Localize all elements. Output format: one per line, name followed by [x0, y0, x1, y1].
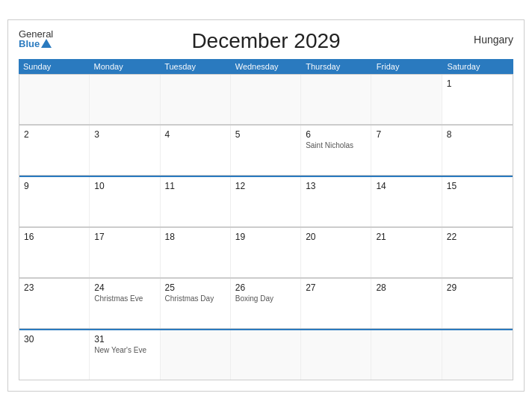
day-header-tuesday: Tuesday: [160, 59, 231, 74]
day-header-friday: Friday: [372, 59, 443, 74]
day-header-thursday: Thursday: [301, 59, 372, 74]
calendar-grid: 123456Saint Nicholas78910111213141516171…: [19, 74, 513, 380]
day-number: 12: [235, 181, 296, 191]
day-number: 24: [94, 282, 155, 293]
logo-blue-text: Blue: [19, 39, 53, 49]
day-header-saturday: Saturday: [442, 59, 513, 74]
day-number: 1: [447, 78, 508, 89]
day-number: 3: [94, 129, 155, 140]
event-label: Boxing Day: [235, 294, 296, 303]
event-label: Christmas Eve: [94, 294, 155, 303]
day-number: 29: [447, 282, 508, 293]
day-cell: 28: [371, 279, 442, 328]
day-cell: [90, 75, 160, 124]
week-row-5: 2324Christmas Eve25Christmas Day26Boxing…: [19, 278, 513, 329]
week-row-3: 9101112131415: [19, 176, 513, 227]
day-cell: [161, 75, 231, 124]
calendar-container: General Blue December 2029 Hungary Sunda…: [7, 19, 525, 392]
day-number: 19: [235, 232, 296, 242]
calendar-title: December 2029: [191, 29, 340, 53]
event-label: Saint Nicholas: [306, 141, 366, 149]
day-cell: 24Christmas Eve: [90, 279, 160, 328]
day-number: 13: [306, 181, 366, 191]
day-number: 21: [376, 232, 436, 242]
day-number: 18: [165, 232, 226, 242]
day-number: 14: [376, 181, 436, 191]
day-cell: 4: [161, 126, 231, 175]
day-cell: [231, 330, 301, 380]
event-label: Christmas Day: [165, 294, 226, 303]
day-cell: [301, 75, 371, 124]
day-number: 23: [24, 282, 84, 293]
day-number: 26: [235, 282, 296, 293]
day-number: 7: [376, 129, 436, 140]
day-number: 31: [94, 334, 155, 344]
day-cell: 30: [19, 330, 90, 380]
day-cell: 27: [301, 279, 371, 328]
day-cell: [442, 330, 513, 380]
logo: General Blue: [19, 29, 53, 49]
day-cell: 21: [371, 228, 442, 277]
day-cell: 31New Year's Eve: [90, 330, 160, 380]
day-cell: 16: [19, 228, 90, 277]
week-row-6: 3031New Year's Eve: [19, 329, 513, 380]
day-number: 16: [24, 232, 84, 242]
day-number: 4: [165, 129, 226, 140]
day-number: 11: [165, 181, 226, 191]
day-cell: 13: [301, 177, 371, 226]
day-number: 22: [447, 232, 508, 242]
week-row-4: 16171819202122: [19, 227, 513, 278]
day-cell: 7: [371, 126, 442, 175]
day-number: 25: [165, 282, 226, 293]
country-label: Hungary: [474, 34, 513, 46]
day-number: 15: [447, 181, 508, 191]
day-cell: 19: [231, 228, 301, 277]
day-cell: 25Christmas Day: [161, 279, 231, 328]
day-cell: 9: [19, 177, 90, 226]
day-number: 20: [306, 232, 366, 242]
event-label: New Year's Eve: [94, 346, 155, 354]
day-cell: 10: [90, 177, 160, 226]
day-cell: [19, 75, 90, 124]
calendar-header: General Blue December 2029 Hungary: [19, 29, 513, 53]
day-number: 8: [447, 129, 508, 140]
day-cell: [371, 330, 442, 380]
day-cell: 12: [231, 177, 301, 226]
day-cell: 23: [19, 279, 90, 328]
day-header-wednesday: Wednesday: [231, 59, 302, 74]
day-cell: 6Saint Nicholas: [301, 126, 371, 175]
day-cell: [371, 75, 442, 124]
day-cell: [231, 75, 301, 124]
day-cell: 18: [161, 228, 231, 277]
day-cell: 15: [442, 177, 513, 226]
day-number: 17: [94, 232, 155, 242]
day-cell: [161, 330, 231, 380]
day-headers-row: SundayMondayTuesdayWednesdayThursdayFrid…: [19, 59, 513, 74]
day-number: 9: [24, 181, 84, 191]
day-cell: 22: [442, 228, 513, 277]
day-number: 27: [306, 282, 366, 293]
day-cell: 20: [301, 228, 371, 277]
day-cell: 17: [90, 228, 160, 277]
day-cell: [301, 330, 371, 380]
day-cell: 29: [442, 279, 513, 328]
day-number: 28: [376, 282, 436, 293]
logo-triangle-icon: [41, 39, 52, 48]
day-cell: 26Boxing Day: [231, 279, 301, 328]
day-header-monday: Monday: [90, 59, 161, 74]
day-cell: 1: [442, 75, 513, 124]
day-number: 10: [94, 181, 155, 191]
day-cell: 11: [161, 177, 231, 226]
day-number: 5: [235, 129, 296, 140]
day-cell: 8: [442, 126, 513, 175]
day-cell: 3: [90, 126, 160, 175]
week-row-2: 23456Saint Nicholas78: [19, 125, 513, 176]
day-number: 6: [306, 129, 366, 140]
day-cell: 14: [371, 177, 442, 226]
week-row-1: 1: [19, 74, 513, 125]
day-cell: 5: [231, 126, 301, 175]
day-header-sunday: Sunday: [19, 59, 90, 74]
day-cell: 2: [19, 126, 90, 175]
day-number: 30: [24, 334, 84, 344]
day-number: 2: [24, 129, 84, 140]
